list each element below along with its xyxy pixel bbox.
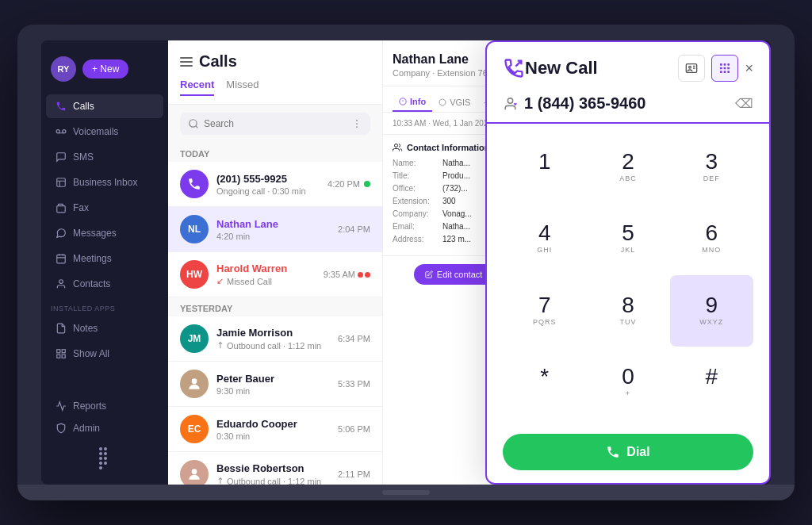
call-item[interactable]: HW Harold Warren ↙ Missed Call 9:35 AM <box>168 252 382 297</box>
sidebar-item-show-all-label: Show All <box>73 348 109 359</box>
key-4[interactable]: 4 GHI <box>503 203 586 274</box>
key-8[interactable]: 8 TUV <box>586 275 669 347</box>
tab-recent[interactable]: Recent <box>180 79 214 96</box>
search-icon <box>188 118 199 129</box>
call-item[interactable]: NL Nathan Lane 4:20 min 2:04 PM <box>168 207 382 252</box>
search-bar[interactable] <box>180 113 370 135</box>
call-meta: 4:20 min <box>216 232 330 241</box>
call-item[interactable]: Bessie Robertson ↗ Outbound call · 1:12 … <box>168 452 382 485</box>
key-1-num: 1 <box>538 151 551 173</box>
sidebar-item-admin[interactable]: Admin <box>48 417 162 439</box>
key-7[interactable]: 7 PQRS <box>503 275 586 347</box>
tab-vgis[interactable]: VGIS <box>432 93 477 112</box>
key-3[interactable]: 3 DEF <box>670 132 753 203</box>
sidebar-item-business-inbox-label: Business Inbox <box>73 177 137 188</box>
call-name: Peter Bauer <box>216 373 330 385</box>
calls-title: Calls <box>199 52 237 71</box>
key-7-num: 7 <box>538 294 551 316</box>
edit-icon <box>425 270 433 278</box>
key-2[interactable]: 2 ABC <box>586 132 669 203</box>
call-avatar: JM <box>180 324 209 353</box>
svg-rect-27 <box>724 67 726 70</box>
sidebar-user-area: RY + New <box>41 52 168 94</box>
svg-point-1 <box>63 130 66 133</box>
call-name: Nathan Lane <box>216 218 330 230</box>
new-button[interactable]: + New <box>82 59 128 79</box>
dialer-header-left <box>503 57 525 79</box>
dialpad-view-button[interactable] <box>711 55 738 82</box>
sidebar-item-reports[interactable]: Reports <box>48 395 162 417</box>
more-icon[interactable] <box>351 118 362 129</box>
svg-rect-8 <box>62 350 65 353</box>
call-info: Jamie Morrison ↗ Outbound call · 1:12 mi… <box>216 327 330 351</box>
sidebar-item-notes[interactable]: Notes <box>46 316 163 340</box>
sidebar-item-voicemails-label: Voicemails <box>73 126 118 137</box>
call-item[interactable]: EC Eduardo Cooper 0:30 min 5:06 PM <box>168 407 382 452</box>
outbound-call-icon <box>503 57 525 79</box>
phone-number-input[interactable] <box>524 94 729 113</box>
key-3-num: 3 <box>706 151 718 173</box>
sidebar-item-voicemails[interactable]: Voicemails <box>46 120 163 144</box>
call-info: Bessie Robertson ↗ Outbound call · 1:12 … <box>216 462 330 485</box>
key-5[interactable]: 5 JKL <box>586 203 669 274</box>
contact-icon <box>393 143 402 152</box>
call-info: Peter Bauer 9:30 min <box>216 373 330 396</box>
backspace-button[interactable]: ⌫ <box>735 96 753 111</box>
dialer-header: New Call <box>487 42 769 88</box>
svg-point-0 <box>56 130 59 133</box>
laptop-screen: RY + New Calls Voicemails <box>41 40 771 485</box>
call-item[interactable]: JM Jamie Morrison ↗ Outbound call · 1:12… <box>168 316 382 362</box>
sidebar-item-messages[interactable]: Messages <box>46 221 163 245</box>
key-star[interactable]: * <box>503 347 586 418</box>
dialpad-icon[interactable] <box>98 446 112 460</box>
tab-missed[interactable]: Missed <box>226 79 259 96</box>
sidebar-item-fax[interactable]: Fax <box>46 196 163 220</box>
key-9-letters: WXYZ <box>699 318 723 328</box>
key-2-num: 2 <box>622 151 634 173</box>
key-8-letters: TUV <box>619 318 636 328</box>
key-4-letters: GHI <box>537 246 552 255</box>
svg-point-6 <box>59 280 63 284</box>
dialer-keypad: 1 2 ABC 3 DEF 4 GHI 5 JKL <box>487 124 769 426</box>
reports-label: Reports <box>73 400 106 412</box>
chat-icon <box>56 228 67 239</box>
sidebar-item-contacts[interactable]: Contacts <box>46 272 163 296</box>
sidebar-item-calls[interactable]: Calls <box>46 94 163 118</box>
vgis-icon <box>439 98 446 106</box>
tab-info[interactable]: Info <box>393 93 432 112</box>
voicemail-icon <box>56 126 67 137</box>
key-0[interactable]: 0 + <box>586 347 669 418</box>
call-item[interactable]: Peter Bauer 9:30 min 5:33 PM <box>168 362 382 407</box>
key-6-letters: MNO <box>702 246 721 255</box>
call-item[interactable]: (201) 555-9925 Ongoing call · 0:30 min 4… <box>168 162 382 207</box>
call-info: (201) 555-9925 Ongoing call · 0:30 min <box>216 173 320 196</box>
sidebar-item-meetings[interactable]: Meetings <box>46 247 163 270</box>
info-icon <box>399 98 407 105</box>
sidebar-item-show-all[interactable]: Show All <box>46 342 163 366</box>
sidebar-item-business-inbox[interactable]: Business Inbox <box>46 171 163 194</box>
person-icon <box>56 278 67 289</box>
menu-icon[interactable] <box>180 57 193 67</box>
dial-button[interactable]: Dial <box>503 434 753 470</box>
close-button[interactable]: × <box>745 60 753 77</box>
svg-rect-24 <box>724 63 726 66</box>
key-4-num: 4 <box>538 222 551 244</box>
sidebar-item-sms[interactable]: SMS <box>46 145 163 169</box>
call-name: Eduardo Cooper <box>216 418 330 430</box>
key-6[interactable]: 6 MNO <box>670 203 753 274</box>
key-hash[interactable]: # <box>670 347 753 418</box>
key-9[interactable]: 9 WXYZ <box>670 275 753 347</box>
key-1[interactable]: 1 <box>503 132 586 203</box>
inbox-icon <box>56 177 67 188</box>
calls-tabs: Recent Missed <box>180 79 370 96</box>
call-name: Harold Warren <box>216 262 316 274</box>
sidebar-item-meetings-label: Meetings <box>73 253 112 264</box>
search-input[interactable] <box>204 118 347 129</box>
svg-point-14 <box>356 126 358 128</box>
contact-view-button[interactable] <box>678 55 705 82</box>
key-5-letters: JKL <box>621 246 636 255</box>
phone-icon <box>56 101 67 112</box>
call-avatar <box>180 460 209 485</box>
key-2-letters: ABC <box>619 174 637 184</box>
svg-point-22 <box>689 66 691 68</box>
